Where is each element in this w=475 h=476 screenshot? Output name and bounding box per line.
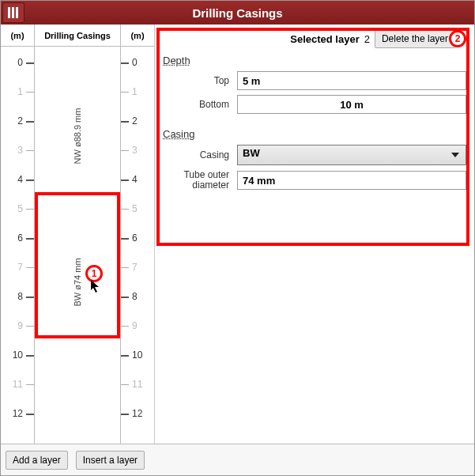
scale-tick-label: 8 — [132, 291, 138, 302]
insert-layer-button[interactable]: Insert a layer — [76, 451, 145, 470]
scale-tick — [26, 355, 34, 357]
window-title: Drilling Casings — [1, 6, 474, 20]
scale-tick — [121, 209, 129, 210]
casing-label: Casing — [163, 149, 229, 161]
scale-tick — [121, 92, 129, 93]
scale-tick-label: 9 — [17, 320, 23, 331]
bottom-label: Bottom — [163, 99, 229, 110]
casing-block[interactable]: NW ø88.9 mm — [35, 62, 120, 209]
scale-tick — [26, 62, 34, 64]
selected-layer-label: Selected layer — [290, 33, 359, 45]
footer-toolbar: Add a layer Insert a layer — [1, 444, 474, 475]
scale-tick-label: 4 — [17, 174, 23, 185]
content-area: (m) 0123456789101112 Drilling Casings NW… — [1, 25, 474, 444]
scale-tick — [26, 121, 34, 123]
scale-tick — [121, 121, 129, 123]
scale-tick — [26, 150, 34, 151]
diameter-row: Tube outer diameter — [163, 170, 466, 191]
casing-select[interactable]: BW — [237, 145, 466, 165]
chevron-down-icon — [451, 153, 459, 157]
scale-tick-label: 2 — [132, 115, 138, 127]
scale-tick-label: 12 — [132, 408, 142, 419]
scale-tick — [26, 297, 34, 298]
scale-tick-label: 5 — [17, 203, 23, 214]
scale-tick — [121, 384, 129, 385]
scale-tick-label: 3 — [132, 145, 138, 156]
scale-tick-label: 6 — [132, 232, 138, 244]
scale-tick-label: 10 — [132, 349, 142, 361]
scale-tick-label: 2 — [17, 115, 23, 127]
casing-select-value: BW — [243, 147, 260, 159]
casing-section-title: Casing — [163, 128, 466, 140]
scale-tick-label: 8 — [17, 291, 23, 302]
scale-tick — [26, 267, 34, 268]
scale-tick-label: 7 — [17, 262, 23, 273]
top-label: Top — [163, 75, 229, 86]
scale-tick-label: 6 — [17, 232, 23, 244]
diameter-input[interactable] — [237, 171, 466, 190]
title-bar: Drilling Casings — [1, 1, 474, 25]
scale-tick — [121, 297, 129, 298]
scale-tick-label: 0 — [17, 57, 23, 68]
scale-tick — [121, 326, 129, 327]
scale-tick-label: 5 — [132, 203, 138, 214]
scale-tick-label: 3 — [17, 145, 23, 156]
scale-tick-label: 0 — [132, 57, 138, 68]
top-row: Top — [163, 71, 466, 90]
top-input[interactable] — [237, 71, 466, 90]
properties-pane: Selected layer 2 Delete the layer 2 Dept… — [155, 25, 474, 444]
depth-section-title: Depth — [163, 55, 466, 66]
scale-tick — [121, 355, 129, 357]
scale-tick — [121, 238, 129, 240]
scale-tick-label: 9 — [132, 320, 138, 331]
scale-tick — [121, 267, 129, 268]
scale-pane: (m) 0123456789101112 Drilling Casings NW… — [1, 25, 155, 444]
scale-tick-label: 1 — [132, 86, 138, 97]
scale-tick — [26, 238, 34, 240]
casing-column-header: Drilling Casings — [35, 25, 120, 47]
annotation-marker-2: 2 — [449, 30, 466, 47]
scale-tick — [26, 384, 34, 385]
app-window: Drilling Casings (m) 0123456789101112 Dr… — [0, 0, 475, 476]
scale-tick — [26, 326, 34, 327]
scale-tick — [26, 179, 34, 181]
right-scale-header: (m) — [121, 25, 154, 47]
highlight-box-1 — [35, 192, 120, 338]
scale-tick — [121, 414, 129, 415]
right-scale-col: (m) 0123456789101112 — [121, 25, 154, 444]
add-layer-button[interactable]: Add a layer — [6, 451, 68, 470]
scale-tick-label: 12 — [13, 408, 23, 419]
left-scale-header: (m) — [1, 25, 34, 47]
casing-block-label: NW ø88.9 mm — [73, 108, 82, 164]
scale-tick-label: 7 — [132, 262, 138, 273]
scale-tick — [26, 92, 34, 93]
bottom-row: Bottom — [163, 95, 466, 114]
scale-tick-label: 11 — [13, 379, 23, 390]
diameter-label: Tube outer diameter — [163, 170, 229, 191]
casing-row: Casing BW — [163, 145, 466, 165]
selected-layer-header: Selected layer 2 Delete the layer 2 — [163, 29, 466, 48]
scale-tick — [26, 414, 34, 415]
scale-tick — [26, 209, 34, 210]
pointer-cursor-icon — [90, 279, 101, 296]
delete-layer-button[interactable]: Delete the layer — [375, 29, 455, 48]
scale-tick-label: 1 — [17, 86, 23, 97]
scale-tick — [121, 62, 129, 64]
selected-layer-number: 2 — [364, 33, 370, 45]
bottom-input[interactable] — [237, 95, 466, 114]
scale-tick-label: 11 — [132, 379, 142, 390]
scale-tick — [121, 150, 129, 151]
casing-column[interactable]: Drilling Casings NW ø88.9 mmBW ø74 mm 1 — [34, 25, 121, 444]
left-scale-col: (m) 0123456789101112 — [1, 25, 34, 444]
scale-tick — [121, 179, 129, 181]
scale-tick-label: 4 — [132, 174, 138, 185]
scale-tick-label: 10 — [13, 349, 23, 361]
